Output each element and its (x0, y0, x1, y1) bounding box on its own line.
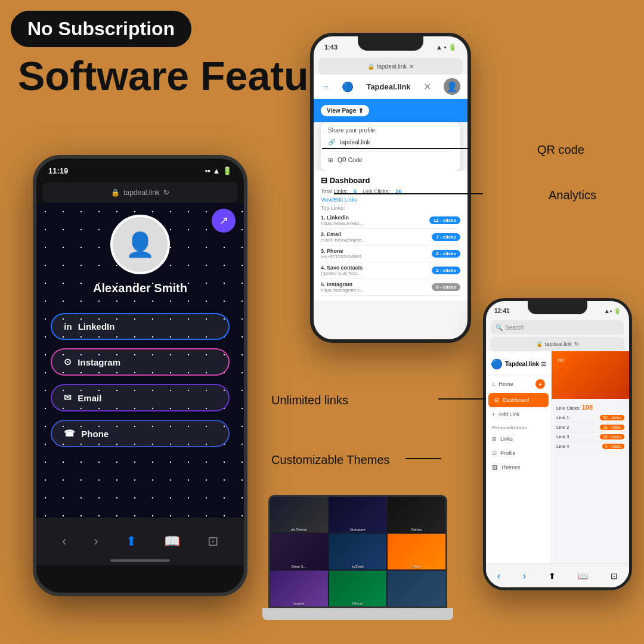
right-link-item-3[interactable]: Link 3 10 - clicks (556, 432, 624, 442)
link-url-2: mailto:hello@tapde... (321, 237, 366, 243)
phone-top-icons: ▲ ▪ 🔋 (436, 44, 457, 51)
top-nav-close-icon[interactable]: ✕ (423, 81, 431, 92)
link-item-5[interactable]: 5. Instagram https://instagram.c... 0 - … (321, 279, 460, 296)
phone-left-icons: ▪▪ ▲ 🔋 (205, 166, 232, 175)
sidebar-add-link[interactable]: + Add Link (486, 407, 551, 422)
right-bottom-nav: ‹ › ⬆ 📖 ⊡ (486, 564, 629, 587)
link-url-3: tel:+971552406905 (321, 254, 362, 259)
link-item-1[interactable]: 1. Linkedin https://www.linked... 12 - c… (321, 212, 460, 229)
right-content: 🔵 Tapdeal.link ≡ ⌂ Home ● ⊟ Dashboard + … (486, 351, 629, 578)
right-nav-share[interactable]: ⬆ (549, 571, 556, 581)
right-menu-icon[interactable]: ≡ (541, 359, 546, 370)
laptop-screen: ult Theme Stargazer Galaxy Bean S... kyS… (268, 495, 447, 608)
theme-skysek[interactable]: kySisek (329, 534, 387, 569)
phone-right-icons: ▲▪ 🔋 (604, 308, 621, 314)
linkedin-link[interactable]: in LinkedIn (51, 313, 229, 340)
theme-flare[interactable]: Flare (388, 534, 445, 569)
theme-extra[interactable] (388, 571, 445, 606)
right-clicks-4: 6 - clicks (602, 444, 624, 449)
sidebar-profile[interactable]: ☑ Profile (486, 446, 551, 460)
right-link-item-4[interactable]: Link 4 6 - clicks (556, 442, 624, 451)
phone-top-browser[interactable]: 🔒 tapdeal.link ✕ (318, 58, 463, 75)
sidebar-links[interactable]: ⊞ Links (486, 432, 551, 446)
right-orange-banner: nk! (552, 351, 629, 399)
right-clicks-3: 10 - clicks (600, 434, 624, 439)
nav-forward-icon[interactable]: › (94, 534, 98, 549)
right-nav-tabs[interactable]: ⊡ (611, 571, 618, 581)
theme-aurora-label: Aurora (270, 602, 328, 605)
right-link-item-2[interactable]: Link 2 19 - clicks (556, 423, 624, 432)
right-stats: Link Clicks: 108 Link 1 50 - clicks Link… (552, 399, 629, 456)
annotation-analytics: Analytics (549, 188, 596, 202)
phone-right-browser[interactable]: 🔒 tapdeal.link ↻ (491, 337, 624, 351)
theme-aurora[interactable]: Aurora (270, 571, 328, 606)
phone-right-search[interactable]: 🔍 Search (491, 320, 624, 335)
sidebar-themes[interactable]: 🖼 Themes (486, 460, 551, 475)
email-link[interactable]: ✉ Email (51, 384, 229, 411)
link-item-4[interactable]: 4. Save contacts {"prefix":null,"first..… (321, 262, 460, 279)
theme-galaxy[interactable]: Galaxy (388, 497, 445, 532)
top-nav-back-icon[interactable]: → (321, 82, 329, 91)
theme-skysek-label: kySisek (329, 565, 387, 568)
right-nav-book[interactable]: 📖 (578, 571, 588, 581)
laptop-base (262, 608, 453, 620)
themes-icon: 🖼 (492, 465, 497, 470)
theme-mincor-label: Mincor (329, 602, 387, 605)
top-lock-icon: 🔒 (367, 63, 374, 70)
link-name-2: 2. Email (321, 231, 366, 237)
right-link-item-1[interactable]: Link 1 50 - clicks (556, 413, 624, 423)
home-indicator-dot: ● (535, 379, 545, 389)
theme-bean[interactable]: Bean S... (270, 534, 328, 569)
right-main: nk! Link Clicks: 108 Link 1 50 - clicks … (552, 351, 629, 578)
profile-label: Profile (500, 450, 516, 456)
right-reload-icon: ↻ (574, 341, 579, 347)
sidebar-dashboard[interactable]: ⊟ Dashboard (488, 393, 549, 407)
top-nav-avatar: 👤 (444, 78, 460, 95)
phone-right-url: tapdeal.link (545, 341, 572, 347)
link-name-1: 1. Linkedin (321, 215, 363, 221)
nav-book-icon[interactable]: 📖 (164, 534, 180, 549)
qr-icon: ⊞ (328, 157, 333, 163)
nav-share-icon[interactable]: ⬆ (126, 534, 137, 549)
annotation-qr-line (322, 148, 471, 149)
right-clicks-2: 19 - clicks (600, 425, 624, 430)
phone-right: 12:41 ▲▪ 🔋 🔍 Search 🔒 tapdeal.link ↻ 🔵 T… (483, 298, 632, 590)
right-nav-back[interactable]: ‹ (497, 571, 500, 581)
view-edit-links[interactable]: View/Edit Links (321, 197, 460, 203)
view-page-button[interactable]: View Page ⬆ (321, 105, 369, 116)
top-reload-icon: ✕ (409, 63, 414, 70)
right-app-title: Tapdeal.link (505, 361, 539, 367)
personalization-label: Personalization (486, 422, 551, 432)
avatar: 👤 (110, 215, 170, 274)
right-link-name-4: Link 4 (556, 444, 569, 449)
link-item-3[interactable]: 3. Phone tel:+971552406905 6 - clicks (321, 246, 460, 262)
sidebar-home[interactable]: ⌂ Home ● (486, 375, 551, 393)
right-link-name-3: Link 3 (556, 434, 569, 439)
link-url-4: {"prefix":null,"first... (321, 271, 363, 276)
clicks-badge-2: 7 - clicks (432, 233, 460, 241)
right-link-clicks-val: 108 (582, 404, 593, 411)
phone-right-notch (528, 301, 587, 314)
phone-left-browser[interactable]: 🔒 tapdeal.link ↻ (42, 182, 238, 203)
phone-left-content: ↗ 👤 Alexander Smith in LinkedIn ⊙ Instag… (36, 203, 244, 565)
instagram-label: Instagram (78, 357, 120, 367)
link-item-2[interactable]: 2. Email mailto:hello@tapde... 7 - click… (321, 229, 460, 246)
nav-back-icon[interactable]: ‹ (62, 534, 66, 549)
theme-stargazer[interactable]: Stargazer (329, 497, 387, 532)
phone-left-time: 11:19 (48, 166, 68, 175)
instagram-link[interactable]: ⊙ Instagram (51, 348, 229, 376)
search-label: Search (505, 324, 524, 331)
instagram-icon: ⊙ (64, 357, 72, 367)
share-button[interactable]: ↗ (212, 209, 236, 233)
orange-banner-text: nk! (558, 357, 623, 363)
theme-mincor[interactable]: Mincor (329, 571, 387, 606)
phone-link[interactable]: ☎ Phone (51, 420, 229, 447)
phone-right-time: 12:41 (494, 308, 510, 314)
qr-code-item[interactable]: ⊞ QR Code (328, 154, 453, 166)
share-link-item[interactable]: 🔗 tapdeal.link (328, 136, 453, 148)
right-nav-forward[interactable]: › (523, 571, 526, 581)
theme-default[interactable]: ult Theme (270, 497, 328, 532)
nav-tabs-icon[interactable]: ⊡ (208, 534, 218, 549)
dashboard-label: Dashboard (503, 397, 529, 403)
top-links-label: Top Links: (321, 205, 460, 211)
